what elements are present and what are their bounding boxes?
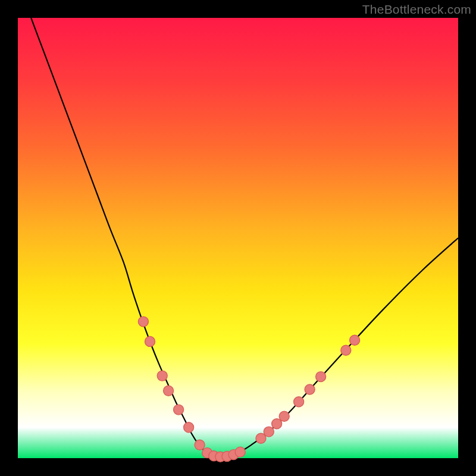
watermark-text: TheBottleneck.com — [362, 2, 471, 17]
curve-marker — [279, 411, 289, 421]
curve-marker — [184, 422, 194, 433]
chart-plot-area — [18, 18, 458, 458]
curve-marker — [174, 405, 184, 415]
curve-marker — [195, 440, 205, 450]
curve-markers-group — [138, 317, 359, 462]
curve-marker — [294, 397, 304, 407]
curve-marker — [138, 317, 148, 327]
curve-marker — [341, 345, 351, 355]
chart-outer-frame: TheBottleneck.com — [0, 0, 476, 476]
curve-marker — [264, 427, 274, 437]
curve-marker — [316, 372, 326, 382]
bottleneck-curve-line — [31, 18, 458, 457]
curve-marker — [164, 386, 174, 396]
curve-marker — [145, 336, 155, 346]
curve-marker — [350, 335, 360, 345]
curve-marker — [305, 384, 315, 394]
chart-svg — [18, 18, 458, 458]
curve-marker — [272, 419, 282, 429]
curve-marker — [157, 371, 167, 381]
curve-marker — [235, 447, 245, 457]
